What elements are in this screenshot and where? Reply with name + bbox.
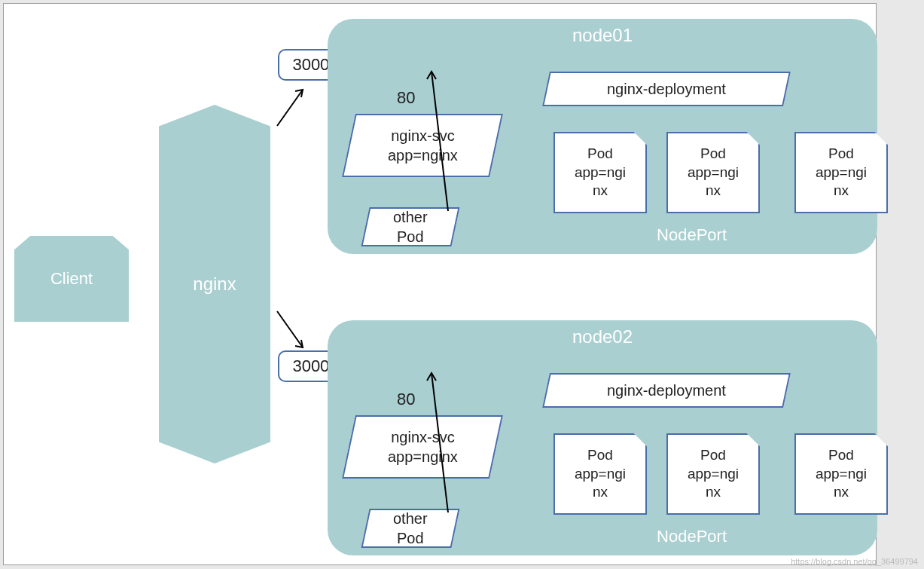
svg-line-0 bbox=[277, 90, 303, 126]
arrow-nginx-to-port1 bbox=[271, 79, 316, 132]
client-box: Client bbox=[14, 236, 129, 322]
node02-deployment-text: nginx-deployment bbox=[607, 381, 726, 400]
node01-box: node01 NodePort 80 nginx-svc app=nginx n… bbox=[328, 19, 877, 254]
nginx-label: nginx bbox=[193, 274, 236, 295]
node01-pod-3: Pod app=ngi nx bbox=[794, 132, 888, 213]
arrow-otherpod-to-svc-2 bbox=[418, 366, 463, 516]
node02-pod-2: Pod app=ngi nx bbox=[666, 433, 760, 515]
node01-pod-2: Pod app=ngi nx bbox=[666, 132, 760, 213]
node02-pod-3: Pod app=ngi nx bbox=[794, 433, 888, 515]
node01-svc-port: 80 bbox=[397, 88, 415, 108]
node02-pod-1: Pod app=ngi nx bbox=[553, 433, 647, 515]
node02-title: node02 bbox=[328, 326, 877, 347]
node01-title: node01 bbox=[328, 25, 877, 46]
svg-line-3 bbox=[432, 373, 448, 512]
arrow-otherpod-to-svc-1 bbox=[418, 64, 463, 215]
svg-line-1 bbox=[277, 311, 303, 347]
arrow-nginx-to-port2 bbox=[271, 305, 316, 358]
svg-line-2 bbox=[432, 72, 448, 211]
watermark: https://blog.csdn.net/qq_36499794 bbox=[791, 557, 918, 566]
node02-svc-port: 80 bbox=[397, 390, 415, 409]
node02-box: node02 NodePort 80 nginx-svc app=nginx n… bbox=[328, 320, 877, 555]
node01-service-type: NodePort bbox=[657, 225, 727, 245]
node01-pod-1: Pod app=ngi nx bbox=[553, 132, 647, 213]
node02-service-type: NodePort bbox=[657, 527, 727, 546]
node01-deployment: nginx-deployment bbox=[542, 72, 791, 106]
client-label: Client bbox=[50, 269, 93, 289]
nginx-loadbalancer: nginx bbox=[159, 105, 270, 463]
node02-deployment: nginx-deployment bbox=[542, 373, 791, 408]
node01-deployment-text: nginx-deployment bbox=[607, 79, 726, 99]
diagram-canvas: Client nginx 30001 30001 node01 NodePort… bbox=[3, 3, 877, 565]
